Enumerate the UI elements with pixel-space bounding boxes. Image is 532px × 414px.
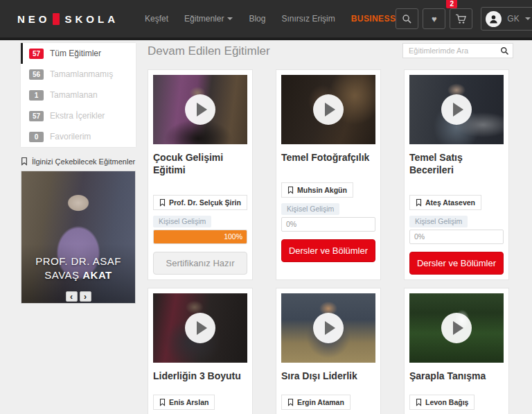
play-icon[interactable] <box>313 313 344 343</box>
filter-incomplete[interactable]: 56 Tamamlanmamış <box>21 64 136 85</box>
course-title[interactable]: Çocuk Gelişimi Eğitimi <box>153 151 247 176</box>
bookmark-icon <box>159 198 166 207</box>
play-icon[interactable] <box>185 94 215 125</box>
course-title[interactable]: Şarapla Tanışma <box>409 370 504 382</box>
favorites-button[interactable]: ♥ <box>423 8 445 29</box>
category-tag[interactable]: Kişisel Gelişim <box>281 203 339 215</box>
category-tag[interactable]: Kişisel Gelişim <box>409 216 468 227</box>
search-button[interactable] <box>396 8 418 29</box>
count-badge: 0 <box>29 132 44 142</box>
chevron-right-icon: › <box>84 293 87 301</box>
filter-label: Ekstra İçerikler <box>50 111 105 121</box>
slider-next-button[interactable]: › <box>80 291 91 302</box>
course-filter-panel: 57 Tüm Eğitimler 56 Tamamlanmamış 1 Tama… <box>21 43 136 147</box>
main-header: Devam Edilen Eğitimler <box>148 43 513 60</box>
play-icon[interactable] <box>441 94 472 125</box>
filter-favorites[interactable]: 0 Favorilerim <box>21 126 136 147</box>
course-title[interactable]: Temel Fotoğrafçılık <box>281 151 375 164</box>
category-tag[interactable]: Kişisel Gelişim <box>153 216 211 227</box>
user-icon <box>488 14 499 24</box>
bookmark-icon <box>416 198 422 207</box>
navbar-actions: ♥ 2 GK <box>396 7 532 31</box>
nav-blog[interactable]: Blog <box>249 14 265 24</box>
instructor-chip[interactable]: Ateş Ataseven <box>409 195 481 210</box>
slider-prev-button[interactable]: ‹ <box>66 291 78 302</box>
course-title[interactable]: Sıra Dışı Liderlik <box>281 370 375 382</box>
count-badge: 57 <box>29 111 44 121</box>
bookmark-icon <box>287 186 294 194</box>
progress-percent: 100% <box>224 230 242 243</box>
course-card: Temel Satış Becerileri Ateş Ataseven Kiş… <box>404 69 509 280</box>
top-navbar: NEOSKOLA Keşfet Eğitmenler Blog Sınırsız… <box>0 0 532 40</box>
instructor-chip[interactable]: Ergin Ataman <box>281 395 351 410</box>
instructor-chip[interactable]: Enis Arslan <box>153 395 215 410</box>
count-badge: 57 <box>29 49 44 59</box>
course-title[interactable]: Liderliğin 3 Boyutu <box>153 370 247 382</box>
filter-label: Favorilerim <box>50 132 91 141</box>
course-video-thumbnail[interactable] <box>281 293 375 363</box>
progress-bar: 100% <box>153 230 247 244</box>
bookmark-icon <box>287 398 294 406</box>
course-video-thumbnail[interactable] <box>409 293 504 363</box>
count-badge: 56 <box>29 69 44 80</box>
filter-label: Tamamlanan <box>50 90 98 100</box>
instructor-chip[interactable]: Levon Bağış <box>409 395 475 410</box>
lessons-sections-button[interactable]: Dersler ve Bölümler <box>409 252 504 275</box>
count-badge: 1 <box>29 90 44 101</box>
filter-all-courses[interactable]: 57 Tüm Eğitimler <box>21 43 136 64</box>
featured-instructor-name: PROF. DR. ASAF SAVAŞ AKAT <box>21 255 135 283</box>
chevron-left-icon: ‹ <box>70 293 73 301</box>
nav-sinirsiz-erisim[interactable]: Sınırsız Erişim <box>281 14 335 24</box>
course-video-thumbnail[interactable] <box>153 293 247 363</box>
course-video-thumbnail[interactable] <box>281 75 375 144</box>
instructor-chip[interactable]: Muhsin Akgün <box>281 182 353 198</box>
course-search-input[interactable] <box>402 43 513 58</box>
cart-button[interactable] <box>450 8 472 29</box>
play-icon[interactable] <box>185 313 215 343</box>
course-card: Çocuk Gelişimi Eğitimi Prof. Dr. Selçuk … <box>148 69 253 280</box>
user-initials: GK <box>507 14 519 24</box>
user-menu-button[interactable]: GK <box>481 7 532 31</box>
nav-egitmenler[interactable]: Eğitmenler <box>184 14 233 24</box>
instructor-name: Levon Bağış <box>425 398 468 406</box>
course-card: Şarapla Tanışma Levon Bağış Kültür <box>404 288 509 414</box>
course-video-thumbnail[interactable] <box>153 75 247 144</box>
progress-bar: 0% <box>281 217 375 232</box>
search-icon[interactable] <box>500 46 509 58</box>
play-icon[interactable] <box>313 94 344 125</box>
cart-icon <box>455 14 467 24</box>
heart-icon: ♥ <box>432 14 437 24</box>
course-card: Temel Fotoğrafçılık Muhsin Akgün Kişisel… <box>276 69 381 280</box>
logo[interactable]: NEOSKOLA <box>17 13 118 25</box>
course-grid: Çocuk Gelişimi Eğitimi Prof. Dr. Selçuk … <box>148 69 513 414</box>
course-video-thumbnail[interactable] <box>409 75 504 144</box>
certificate-ready-button[interactable]: Sertifikanız Hazır <box>153 252 247 275</box>
page-title: Devam Edilen Eğitimler <box>148 44 270 58</box>
course-title[interactable]: Temel Satış Becerileri <box>409 151 504 176</box>
cart-count-badge: 2 <box>446 0 457 8</box>
lessons-sections-button[interactable]: Dersler ve Bölümler <box>281 239 375 262</box>
slider-controls: ‹ › <box>21 291 135 302</box>
instructor-name: Muhsin Akgün <box>297 186 347 194</box>
instructor-name: Ergin Ataman <box>297 398 344 406</box>
play-icon[interactable] <box>441 313 472 343</box>
nav-kesfet[interactable]: Keşfet <box>145 14 168 24</box>
instructor-chip[interactable]: Prof. Dr. Selçuk Şirin <box>153 195 247 210</box>
chevron-down-icon <box>525 17 531 20</box>
course-card: Liderliğin 3 Boyutu Enis Arslan Kişisel … <box>148 288 253 414</box>
logo-text-neo: NEO <box>17 13 51 25</box>
featured-instructor-slide[interactable]: PROF. DR. ASAF SAVAŞ AKAT ‹ › <box>21 171 136 304</box>
bookmark-icon <box>416 398 422 406</box>
avatar <box>486 11 502 27</box>
instructor-name: Ateş Ataseven <box>425 198 475 207</box>
cart-wrapper: 2 <box>450 8 472 29</box>
nav-business[interactable]: BUSINESS <box>351 14 396 24</box>
filter-completed[interactable]: 1 Tamamlanan <box>21 85 136 105</box>
progress-percent: 0% <box>414 230 425 243</box>
progress-bar: 0% <box>409 230 504 244</box>
filter-extra-content[interactable]: 57 Ekstra İçerikler <box>21 105 136 126</box>
nav-egitmenler-label: Eğitmenler <box>184 14 224 24</box>
filter-label: Tamamlanmamış <box>50 69 113 79</box>
main-content: Devam Edilen Eğitimler Çocuk Gelişimi Eğ… <box>148 43 513 414</box>
instructor-name: Prof. Dr. Selçuk Şirin <box>169 198 241 207</box>
